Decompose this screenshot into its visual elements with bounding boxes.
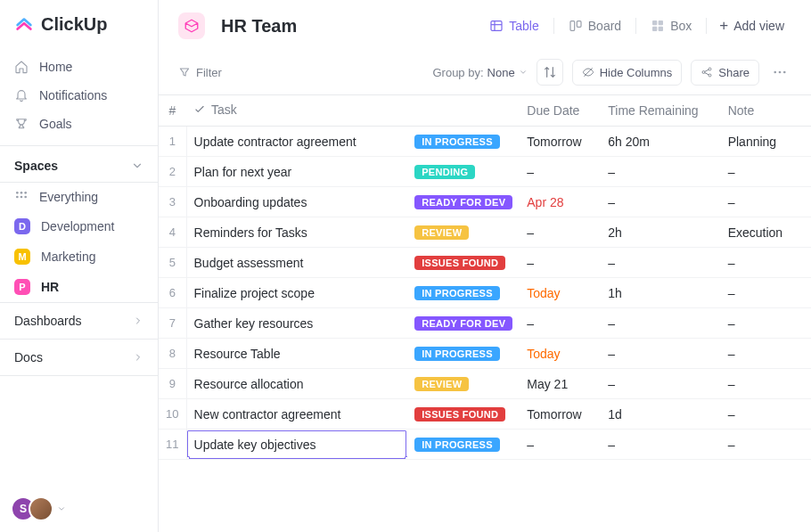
task-name-cell[interactable]: Plan for next year <box>186 157 407 187</box>
status-cell[interactable]: REVIEW <box>407 369 520 399</box>
col-header-note[interactable]: Note <box>721 95 811 127</box>
note-cell[interactable]: – <box>721 399 811 430</box>
sidebar-item-home[interactable]: Home <box>0 53 158 81</box>
sidebar-item-everything[interactable]: Everything <box>0 183 158 211</box>
sidebar-item-notifications[interactable]: Notifications <box>0 81 158 110</box>
add-view-button[interactable]: + Add view <box>712 13 791 38</box>
time-remaining-cell[interactable]: – <box>601 308 720 339</box>
table-row[interactable]: 3Onboarding updatesREADY FOR DEVApr 28–– <box>159 187 811 217</box>
status-cell[interactable]: ISSUES FOUND <box>407 399 520 430</box>
status-cell[interactable]: READY FOR DEV <box>407 187 520 217</box>
tab-board[interactable]: Board <box>560 13 630 38</box>
time-remaining-cell[interactable]: 2h <box>601 217 720 248</box>
user-avatars[interactable]: S <box>11 496 66 521</box>
space-icon <box>178 12 205 39</box>
note-cell[interactable]: Planning <box>721 127 811 157</box>
table-row[interactable]: 6Finalize project scopeIN PROGRESSToday1… <box>159 278 811 308</box>
task-name-cell[interactable]: Budget assessment <box>186 248 407 278</box>
due-date-cell[interactable]: – <box>520 308 601 339</box>
avatar-user-photo[interactable] <box>29 496 53 521</box>
status-cell[interactable]: IN PROGRESS <box>407 127 520 157</box>
col-header-time[interactable]: Time Remaining <box>601 95 720 127</box>
task-name-cell[interactable]: Onboarding updates <box>186 187 407 217</box>
task-name-cell[interactable]: Reminders for Tasks <box>186 217 407 248</box>
sidebar-item-dashboards[interactable]: Dashboards <box>0 302 158 339</box>
table-row[interactable]: 10New contractor agreementISSUES FOUNDTo… <box>159 399 811 430</box>
time-remaining-cell[interactable]: – <box>601 369 720 399</box>
table-row[interactable]: 11Update key objectivesIN PROGRESS––– <box>159 430 811 460</box>
note-cell[interactable]: – <box>721 339 811 369</box>
time-remaining-cell[interactable]: – <box>601 187 720 217</box>
sort-button[interactable] <box>537 59 563 86</box>
col-header-number[interactable]: # <box>159 95 186 127</box>
groupby-selector[interactable]: Group by: None <box>432 66 527 79</box>
time-remaining-cell[interactable]: 1d <box>601 399 720 430</box>
due-date-cell[interactable]: Tomorrow <box>520 127 601 157</box>
status-cell[interactable]: IN PROGRESS <box>407 339 520 369</box>
task-name-cell[interactable]: Update key objectives <box>186 430 407 460</box>
due-date-cell[interactable]: – <box>520 430 601 460</box>
spaces-header[interactable]: Spaces <box>0 145 158 183</box>
task-name-cell[interactable]: Gather key resources <box>186 308 407 339</box>
table-row[interactable]: 9Resource allocationREVIEWMay 21–– <box>159 369 811 399</box>
time-remaining-cell[interactable]: 6h 20m <box>601 127 720 157</box>
logo[interactable]: ClickUp <box>0 0 158 51</box>
status-cell[interactable]: PENDING <box>407 157 520 187</box>
svg-rect-6 <box>491 21 502 31</box>
more-menu-button[interactable] <box>768 61 791 84</box>
tab-box[interactable]: Box <box>642 13 700 38</box>
status-cell[interactable]: READY FOR DEV <box>407 308 520 339</box>
time-remaining-cell[interactable]: – <box>601 157 720 187</box>
table-row[interactable]: 1Update contractor agreementIN PROGRESST… <box>159 127 811 157</box>
time-remaining-cell[interactable]: 1h <box>601 278 720 308</box>
time-remaining-cell[interactable]: – <box>601 248 720 278</box>
status-cell[interactable]: IN PROGRESS <box>407 278 520 308</box>
task-name-cell[interactable]: Resource Table <box>186 339 407 369</box>
table-row[interactable]: 8Resource TableIN PROGRESSToday–– <box>159 339 811 369</box>
time-remaining-cell[interactable]: – <box>601 430 720 460</box>
note-cell[interactable]: – <box>721 157 811 187</box>
col-header-task[interactable]: Task <box>186 95 407 127</box>
status-cell[interactable]: REVIEW <box>407 217 520 248</box>
status-cell[interactable]: ISSUES FOUND <box>407 248 520 278</box>
task-name-cell[interactable]: New contractor agreement <box>186 399 407 430</box>
note-cell[interactable]: – <box>721 308 811 339</box>
chevron-down-icon[interactable] <box>57 504 66 513</box>
due-date-cell[interactable]: Today <box>520 339 601 369</box>
task-name-cell[interactable]: Finalize project scope <box>186 278 407 308</box>
due-date-cell[interactable]: Apr 28 <box>520 187 601 217</box>
due-date-cell[interactable]: Today <box>520 278 601 308</box>
sidebar-item-marketing[interactable]: MMarketing <box>0 241 158 272</box>
due-date-cell[interactable]: – <box>520 157 601 187</box>
due-date-cell[interactable]: Tomorrow <box>520 399 601 430</box>
share-button[interactable]: Share <box>691 60 759 86</box>
hide-columns-label: Hide Columns <box>600 66 673 79</box>
due-date-cell[interactable]: – <box>520 248 601 278</box>
note-cell[interactable]: – <box>721 248 811 278</box>
row-number: 9 <box>159 369 186 399</box>
tab-table[interactable]: Table <box>480 13 547 38</box>
hide-columns-button[interactable]: Hide Columns <box>572 60 683 86</box>
col-header-due[interactable]: Due Date <box>520 95 601 127</box>
sidebar-item-development[interactable]: DDevelopment <box>0 211 158 241</box>
time-remaining-cell[interactable]: – <box>601 339 720 369</box>
sidebar-item-hr[interactable]: PHR <box>0 272 158 302</box>
status-cell[interactable]: IN PROGRESS <box>407 430 520 460</box>
due-date-cell[interactable]: May 21 <box>520 369 601 399</box>
task-name-cell[interactable]: Resource allocation <box>186 369 407 399</box>
note-cell[interactable]: – <box>721 187 811 217</box>
table-row[interactable]: 2Plan for next yearPENDING––– <box>159 157 811 187</box>
sidebar-item-goals[interactable]: Goals <box>0 110 158 138</box>
col-header-status[interactable] <box>407 95 520 127</box>
due-date-cell[interactable]: – <box>520 217 601 248</box>
sidebar-item-docs[interactable]: Docs <box>0 339 158 376</box>
task-name-cell[interactable]: Update contractor agreement <box>186 127 407 157</box>
table-row[interactable]: 7Gather key resourcesREADY FOR DEV––– <box>159 308 811 339</box>
note-cell[interactable]: Execution <box>721 217 811 248</box>
table-row[interactable]: 4Reminders for TasksREVIEW–2hExecution <box>159 217 811 248</box>
table-row[interactable]: 5Budget assessmentISSUES FOUND––– <box>159 248 811 278</box>
filter-button[interactable]: Filter <box>178 66 222 79</box>
note-cell[interactable]: – <box>721 430 811 460</box>
note-cell[interactable]: – <box>721 278 811 308</box>
note-cell[interactable]: – <box>721 369 811 399</box>
